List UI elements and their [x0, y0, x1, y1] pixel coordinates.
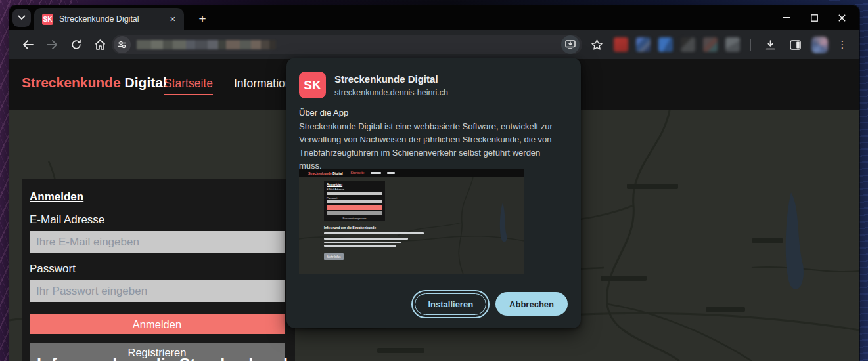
install-app-button[interactable] — [561, 35, 580, 54]
preview-email-label: E-Mail Adresse — [327, 188, 382, 191]
extensions-area: ⋮ — [614, 36, 849, 53]
profile-avatar[interactable] — [811, 37, 828, 53]
tune-icon — [118, 41, 127, 49]
app-icon: SK — [299, 72, 326, 98]
preview-forgot-link: Passwort vergessen — [327, 217, 382, 220]
preview-info-section: Infos rund um die Streckenkunde — [324, 226, 424, 247]
side-panel-button[interactable] — [787, 36, 804, 53]
tab-close-icon[interactable]: × — [167, 13, 179, 25]
preview-login-card: Anmelden E-Mail Adresse Passwort Passwor… — [324, 180, 385, 221]
site-nav: Startseite Informationen — [164, 77, 304, 95]
install-dialog: SK Streckenkunde Digital streckenkunde.d… — [286, 58, 581, 328]
reload-icon — [71, 39, 81, 50]
password-label: Passwort — [30, 263, 285, 276]
forward-button[interactable] — [43, 35, 61, 54]
email-label: E-Mail Adresse — [30, 213, 285, 226]
password-field[interactable] — [30, 280, 285, 302]
preview-header: Streckenkunde Digital Startseite — [299, 169, 524, 177]
login-button[interactable]: Anmelden — [30, 314, 285, 334]
preview-logo-primary: Streckenkunde — [308, 171, 332, 175]
app-origin: streckenkunde.dennis-heinri.ch — [334, 88, 448, 97]
preview-section-heading: Infos rund um die Streckenkunde — [324, 226, 424, 230]
new-tab-button[interactable]: + — [193, 10, 212, 28]
browser-window: SK Streckenkunde Digital × + — [9, 5, 859, 361]
app-screenshot-preview: Streckenkunde Digital Startseite Anmelde… — [299, 169, 524, 274]
extension-icon[interactable] — [703, 37, 718, 52]
address-redacted-text — [137, 40, 276, 49]
site-logo-primary: Streckenkunde — [22, 75, 121, 90]
preview-email-input — [327, 192, 382, 195]
extension-icon[interactable] — [614, 37, 628, 52]
browser-tab[interactable]: SK Streckenkunde Digital × — [34, 8, 184, 30]
install-dialog-header: SK Streckenkunde Digital streckenkunde.d… — [299, 72, 448, 98]
desktop: SK Streckenkunde Digital × + — [0, 0, 868, 361]
site-logo-secondary: Digital — [125, 75, 167, 90]
back-icon — [22, 40, 34, 49]
tab-strip: SK Streckenkunde Digital × + — [9, 5, 859, 30]
preview-nav-active: Startseite — [351, 171, 365, 175]
minimize-button[interactable] — [773, 8, 800, 28]
reload-button[interactable] — [67, 35, 85, 54]
install-icon — [565, 40, 576, 49]
tab-favicon: SK — [42, 14, 53, 25]
clipped-section-heading: Infos rund um die Streckenkunde — [37, 355, 297, 361]
preview-nav-item — [387, 172, 395, 174]
chevron-down-icon — [18, 15, 26, 20]
about-text: Streckenkunde Digital ist eine webbasier… — [299, 120, 564, 173]
preview-password-label: Passwort — [327, 196, 382, 200]
extension-icon[interactable] — [725, 37, 740, 52]
dialog-buttons: Installieren Abbrechen — [415, 292, 568, 316]
extension-icon[interactable] — [636, 37, 651, 52]
downloads-button[interactable] — [762, 36, 779, 53]
preview-more-button: Mehr Infos — [324, 253, 344, 260]
forward-icon — [47, 40, 58, 49]
app-name: Streckenkunde Digital — [334, 74, 448, 85]
tab-search-button[interactable] — [12, 9, 31, 27]
browser-toolbar: ⋮ — [9, 30, 859, 59]
extension-icon[interactable] — [681, 37, 695, 52]
toolbar-separator — [750, 39, 751, 51]
preview-nav-item — [371, 172, 381, 174]
login-heading: Anmelden — [30, 190, 285, 203]
browser-menu-button[interactable]: ⋮ — [836, 39, 849, 51]
side-panel-icon — [790, 40, 801, 50]
home-icon — [95, 39, 106, 50]
back-button[interactable] — [18, 35, 37, 54]
bookmark-button[interactable] — [587, 35, 606, 54]
preview-password-input — [327, 200, 382, 203]
preview-logo-secondary: Digital — [332, 171, 342, 175]
site-settings-button[interactable] — [114, 36, 131, 53]
address-bar[interactable] — [112, 35, 582, 54]
cancel-button[interactable]: Abbrechen — [495, 292, 568, 316]
preview-login-button — [327, 205, 382, 210]
login-card: Anmelden E-Mail Adresse Passwort Anmelde… — [22, 179, 295, 361]
site-logo: StreckenkundeDigital — [22, 75, 167, 91]
tab-title: Streckenkunde Digital — [59, 14, 167, 24]
close-window-button[interactable] — [828, 8, 856, 28]
about-title: Über die App — [299, 108, 348, 117]
download-icon — [765, 40, 775, 50]
star-icon — [591, 39, 603, 50]
email-field[interactable] — [30, 231, 285, 253]
home-button[interactable] — [91, 35, 109, 54]
nav-item-startseite[interactable]: Startseite — [164, 77, 213, 95]
preview-login-heading: Anmelden — [327, 182, 382, 186]
install-confirm-button[interactable]: Installieren — [415, 293, 486, 315]
preview-register-button — [327, 211, 382, 215]
window-controls — [773, 7, 856, 29]
maximize-button[interactable] — [800, 8, 828, 28]
extension-icon[interactable] — [658, 37, 673, 52]
